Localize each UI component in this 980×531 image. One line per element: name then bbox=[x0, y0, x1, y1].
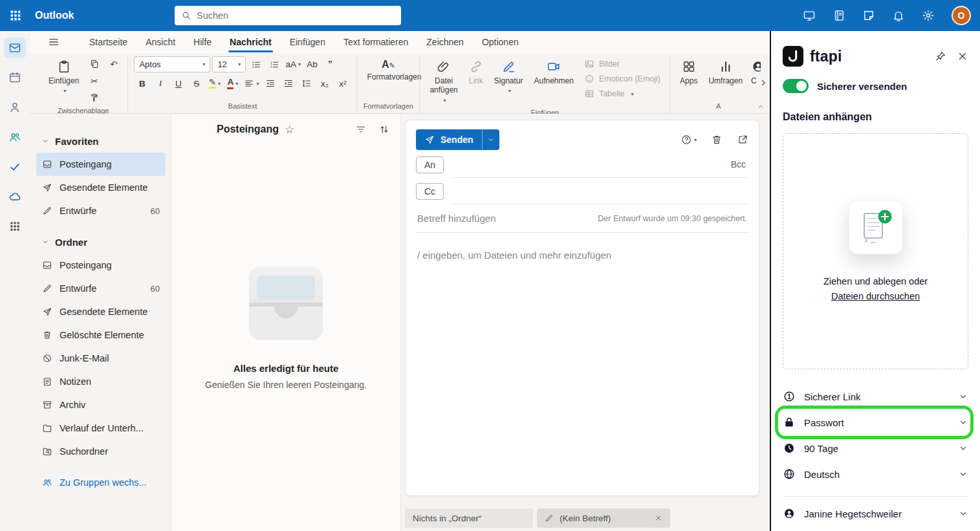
tab-einfuegen[interactable]: Einfügen bbox=[281, 32, 334, 52]
to-input[interactable] bbox=[453, 159, 731, 169]
help-button[interactable]: ▾ bbox=[681, 134, 697, 146]
favorites-section-header[interactable]: Favoriten bbox=[36, 129, 166, 153]
option-password[interactable]: Passwort bbox=[783, 409, 968, 435]
table-button[interactable]: Tabelle▾ bbox=[581, 87, 664, 100]
draft-tab[interactable]: (Kein Betreff) bbox=[537, 508, 670, 528]
styles-button[interactable]: A✎ Formatvorlagen bbox=[363, 56, 413, 85]
rail-item-mail[interactable] bbox=[4, 38, 26, 58]
rail-item-calendar[interactable] bbox=[4, 67, 26, 88]
favorite-gesendete[interactable]: Gesendete Elemente bbox=[36, 176, 166, 199]
app-launcher-button[interactable] bbox=[0, 0, 31, 31]
browse-files-link[interactable]: Dateien durchsuchen bbox=[831, 291, 920, 301]
outdent-button[interactable] bbox=[262, 76, 278, 91]
capture-button[interactable]: Aufnehmen bbox=[530, 56, 577, 89]
emoji-button[interactable]: Emoticon (Emoji) bbox=[581, 72, 664, 85]
folder-notizen[interactable]: Notizen bbox=[36, 370, 166, 393]
align-button[interactable]: ▾ bbox=[243, 76, 260, 91]
sort-button[interactable] bbox=[378, 124, 390, 135]
folder-entwuerfe[interactable]: Entwürfe60 bbox=[36, 277, 166, 300]
option-expiry[interactable]: 90 Tage bbox=[783, 435, 968, 461]
indent-button[interactable] bbox=[280, 76, 296, 91]
tab-ansicht[interactable]: Ansicht bbox=[136, 32, 184, 52]
option-language[interactable]: Deutsch bbox=[783, 461, 968, 487]
rail-item-people[interactable] bbox=[4, 97, 26, 118]
rail-item-more-apps[interactable] bbox=[4, 216, 26, 237]
apps-button[interactable]: Apps bbox=[676, 56, 701, 89]
meet-now-button[interactable] bbox=[803, 9, 816, 22]
notebook-button[interactable] bbox=[833, 9, 845, 22]
favorite-entwuerfe[interactable]: Entwürfe60 bbox=[36, 199, 166, 222]
send-options-button[interactable] bbox=[482, 129, 499, 150]
settings-button[interactable] bbox=[922, 9, 935, 22]
favorite-posteingang[interactable]: Posteingang bbox=[36, 153, 166, 176]
close-panel-button[interactable] bbox=[957, 50, 968, 62]
folder-posteingang[interactable]: Posteingang bbox=[36, 254, 166, 277]
secure-send-toggle[interactable] bbox=[783, 79, 809, 93]
folder-geloeschte[interactable]: Gelöschte Elemente bbox=[36, 323, 166, 347]
search-box[interactable] bbox=[175, 6, 401, 25]
hamburger-button[interactable] bbox=[44, 33, 63, 51]
cc-input[interactable] bbox=[453, 186, 747, 196]
change-case-button[interactable]: aA▾ bbox=[284, 57, 302, 72]
folders-section-header[interactable]: Ordner bbox=[36, 230, 166, 254]
subject-input[interactable] bbox=[417, 213, 590, 224]
superscript-button[interactable]: x² bbox=[334, 76, 351, 91]
cc-button[interactable]: Cc bbox=[416, 183, 444, 200]
account-row[interactable]: Janine Hegetschweiler bbox=[783, 501, 968, 526]
notifications-button[interactable] bbox=[892, 9, 905, 22]
pictures-button[interactable]: Bilder bbox=[581, 58, 664, 70]
underline-button[interactable]: U bbox=[170, 76, 186, 91]
ribbon-more-button[interactable] bbox=[758, 78, 768, 90]
quote-button[interactable]: ” bbox=[322, 57, 338, 72]
bcc-toggle[interactable]: Bcc bbox=[731, 159, 747, 169]
rail-item-groups[interactable] bbox=[4, 127, 26, 147]
copy-button[interactable] bbox=[86, 56, 102, 72]
tab-startseite[interactable]: Startseite bbox=[80, 32, 136, 52]
rail-item-onedrive[interactable] bbox=[4, 186, 26, 207]
signature-button[interactable]: Signatur ▾ bbox=[490, 56, 527, 98]
attach-file-button[interactable]: Datei anfügen ▾ bbox=[426, 56, 461, 107]
bold-button[interactable]: B bbox=[134, 76, 150, 91]
notes-button[interactable] bbox=[862, 9, 875, 22]
open-in-new-window-button[interactable] bbox=[737, 134, 748, 146]
message-body[interactable]: / eingeben, um Dateien und mehr einzufüg… bbox=[416, 233, 748, 495]
folder-status-tab[interactable]: Nichts in „Ordner“ bbox=[405, 508, 533, 528]
undo-button[interactable]: ↶ bbox=[105, 56, 122, 72]
subscript-button[interactable]: x₂ bbox=[316, 76, 332, 91]
favorite-star-button[interactable]: ☆ bbox=[285, 124, 294, 135]
to-button[interactable]: An bbox=[416, 157, 444, 173]
line-spacing-button[interactable] bbox=[298, 76, 314, 91]
cut-button[interactable]: ✂ bbox=[86, 73, 102, 89]
tab-hilfe[interactable]: Hilfe bbox=[184, 32, 221, 52]
folder-gesendete[interactable]: Gesendete Elemente bbox=[36, 300, 166, 323]
font-size-select[interactable]: 12▾ bbox=[212, 56, 246, 72]
send-button[interactable]: Senden bbox=[416, 129, 482, 150]
rail-item-todo[interactable] bbox=[4, 157, 26, 177]
numbered-list-button[interactable] bbox=[266, 57, 282, 72]
polls-button[interactable]: Umfragen bbox=[704, 56, 746, 89]
pin-panel-button[interactable] bbox=[935, 50, 946, 62]
tab-nachricht[interactable]: Nachricht bbox=[221, 32, 281, 52]
folder-suchordner[interactable]: Suchordner bbox=[36, 440, 166, 463]
option-secure-link[interactable]: Sicherer Link bbox=[783, 384, 968, 409]
link-button[interactable]: Link bbox=[465, 56, 487, 89]
tab-zeichnen[interactable]: Zeichnen bbox=[417, 32, 473, 52]
file-dropzone[interactable]: Ziehen und ablegen oder Dateien durchsuc… bbox=[783, 133, 968, 369]
filter-button[interactable] bbox=[355, 124, 367, 135]
italic-button[interactable]: I bbox=[152, 76, 168, 91]
text-highlight-button[interactable]: ✎▾ bbox=[206, 76, 223, 91]
format-painter-button[interactable] bbox=[86, 90, 102, 105]
folder-archiv[interactable]: Archiv bbox=[36, 393, 166, 417]
folder-verlauf[interactable]: Verlauf der Unterh... bbox=[36, 417, 166, 440]
ribbon-collapse-button[interactable] bbox=[757, 102, 765, 113]
tab-text-formatieren[interactable]: Text formatieren bbox=[334, 32, 417, 52]
clear-formatting-button[interactable]: Ab bbox=[304, 57, 320, 72]
search-input[interactable] bbox=[197, 10, 395, 21]
switch-to-groups-link[interactable]: Zu Gruppen wechs... bbox=[36, 471, 166, 494]
close-draft-button[interactable] bbox=[655, 514, 662, 522]
font-name-select[interactable]: Aptos▾ bbox=[134, 56, 210, 72]
strikethrough-button[interactable]: S bbox=[188, 76, 204, 91]
font-color-button[interactable]: A▾ bbox=[224, 76, 241, 91]
folder-junk[interactable]: Junk-E-Mail bbox=[36, 347, 166, 370]
tab-optionen[interactable]: Optionen bbox=[473, 32, 528, 52]
